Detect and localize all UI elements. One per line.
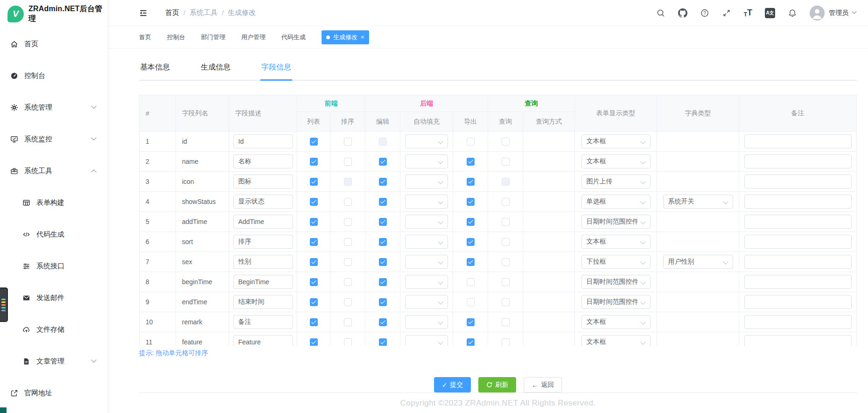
list-checkbox[interactable] <box>310 178 318 186</box>
close-icon[interactable]: × <box>361 34 364 41</box>
field-desc-input[interactable] <box>233 335 293 346</box>
display-type-select[interactable]: 日期时间范围控件 <box>581 295 651 309</box>
sidebar-item[interactable]: 官网地址 <box>0 377 108 409</box>
sidebar-item[interactable]: 发送邮件 <box>0 282 108 314</box>
edit-checkbox[interactable] <box>379 338 387 346</box>
query-checkbox[interactable] <box>502 218 510 226</box>
breadcrumb-item[interactable]: 生成修改 <box>228 8 256 17</box>
sidebar-item[interactable]: 文件存储 <box>0 314 108 345</box>
dict-type-select[interactable]: 用户性别 <box>663 255 733 269</box>
display-type-select[interactable]: 文本框 <box>581 335 651 346</box>
sidebar-item[interactable]: 控制台 <box>0 60 108 91</box>
export-checkbox[interactable] <box>467 198 475 206</box>
export-checkbox[interactable] <box>467 218 475 226</box>
help-icon[interactable]: ? <box>700 8 709 18</box>
tab-3[interactable]: 字段信息 <box>260 62 292 81</box>
edge-widget[interactable] <box>0 287 8 322</box>
tab-1[interactable]: 基本信息 <box>139 62 171 80</box>
field-desc-input[interactable] <box>233 154 293 168</box>
list-checkbox[interactable] <box>310 238 318 246</box>
breadcrumb-item[interactable]: 首页 <box>165 8 179 17</box>
autofill-select[interactable] <box>405 275 448 289</box>
query-checkbox[interactable] <box>502 238 510 246</box>
tag-item-active[interactable]: 生成修改× <box>322 30 369 44</box>
field-desc-input[interactable] <box>233 215 293 229</box>
query-checkbox[interactable] <box>502 158 510 166</box>
remark-input[interactable] <box>744 195 852 209</box>
autofill-select[interactable] <box>405 175 448 189</box>
field-desc-input[interactable] <box>233 275 293 289</box>
fullscreen-icon[interactable] <box>722 8 731 18</box>
query-checkbox[interactable] <box>502 278 510 286</box>
edit-checkbox[interactable] <box>379 278 387 286</box>
autofill-select[interactable] <box>405 255 448 269</box>
sort-checkbox[interactable] <box>344 258 352 266</box>
edit-checkbox[interactable] <box>379 198 387 206</box>
tag-item[interactable]: 控制台 <box>167 33 185 42</box>
edit-checkbox[interactable] <box>379 298 387 306</box>
list-checkbox[interactable] <box>310 298 318 306</box>
export-checkbox[interactable] <box>467 318 475 326</box>
tag-item[interactable]: 代码生成 <box>281 33 306 42</box>
refresh-button[interactable]: 刷新 <box>478 377 516 392</box>
display-type-select[interactable]: 下拉框 <box>581 255 651 269</box>
sort-checkbox[interactable] <box>344 218 352 226</box>
sort-checkbox[interactable] <box>344 278 352 286</box>
export-checkbox[interactable] <box>467 238 475 246</box>
remark-input[interactable] <box>744 275 852 289</box>
query-checkbox[interactable] <box>502 178 510 186</box>
query-checkbox[interactable] <box>502 338 510 346</box>
sort-checkbox[interactable] <box>344 198 352 206</box>
field-desc-input[interactable] <box>233 175 293 189</box>
search-icon[interactable] <box>656 8 665 18</box>
autofill-select[interactable] <box>405 235 448 249</box>
sidebar-item[interactable]: 首页 <box>0 28 108 60</box>
edit-checkbox[interactable] <box>379 158 387 166</box>
sort-checkbox[interactable] <box>344 178 352 186</box>
export-checkbox[interactable] <box>467 178 475 186</box>
autofill-select[interactable] <box>405 295 448 309</box>
sidebar-item[interactable]: 文章管理 <box>0 345 108 377</box>
remark-input[interactable] <box>744 215 852 229</box>
remark-input[interactable] <box>744 335 852 346</box>
list-checkbox[interactable] <box>310 198 318 206</box>
autofill-select[interactable] <box>405 134 448 148</box>
sidebar-item[interactable]: 代码生成 <box>0 218 108 250</box>
sidebar-item[interactable]: 系统接口 <box>0 250 108 282</box>
export-checkbox[interactable] <box>467 338 475 346</box>
edit-checkbox[interactable] <box>379 138 387 146</box>
breadcrumb-item[interactable]: 系统工具 <box>189 8 217 17</box>
field-desc-input[interactable] <box>233 295 293 309</box>
edit-checkbox[interactable] <box>379 178 387 186</box>
remark-input[interactable] <box>744 175 852 189</box>
remark-input[interactable] <box>744 315 852 329</box>
translate-icon[interactable]: A文 <box>765 8 775 18</box>
autofill-select[interactable] <box>405 315 448 329</box>
logo-row[interactable]: V ZRAdmin.NET后台管理 <box>0 0 108 28</box>
display-type-select[interactable]: 文本框 <box>581 154 651 168</box>
remark-input[interactable] <box>744 134 852 148</box>
remark-input[interactable] <box>744 235 852 249</box>
tag-item[interactable]: 用户管理 <box>241 33 266 42</box>
sort-checkbox[interactable] <box>344 318 352 326</box>
remark-input[interactable] <box>744 295 852 309</box>
field-desc-input[interactable] <box>233 195 293 209</box>
edit-checkbox[interactable] <box>379 258 387 266</box>
sort-checkbox[interactable] <box>344 158 352 166</box>
sort-checkbox[interactable] <box>344 338 352 346</box>
list-checkbox[interactable] <box>310 138 318 146</box>
export-checkbox[interactable] <box>467 138 475 146</box>
remark-input[interactable] <box>744 154 852 168</box>
sidebar-item[interactable]: 系统监控 <box>0 123 108 155</box>
font-size-icon[interactable]: TT <box>744 8 752 18</box>
sort-checkbox[interactable] <box>344 238 352 246</box>
list-checkbox[interactable] <box>310 318 318 326</box>
autofill-select[interactable] <box>405 154 448 168</box>
edit-checkbox[interactable] <box>379 218 387 226</box>
list-checkbox[interactable] <box>310 278 318 286</box>
list-checkbox[interactable] <box>310 338 318 346</box>
sidebar-fold-icon[interactable] <box>138 8 148 18</box>
list-checkbox[interactable] <box>310 218 318 226</box>
autofill-select[interactable] <box>405 195 448 209</box>
sidebar-item[interactable]: 系统管理 <box>0 91 108 123</box>
